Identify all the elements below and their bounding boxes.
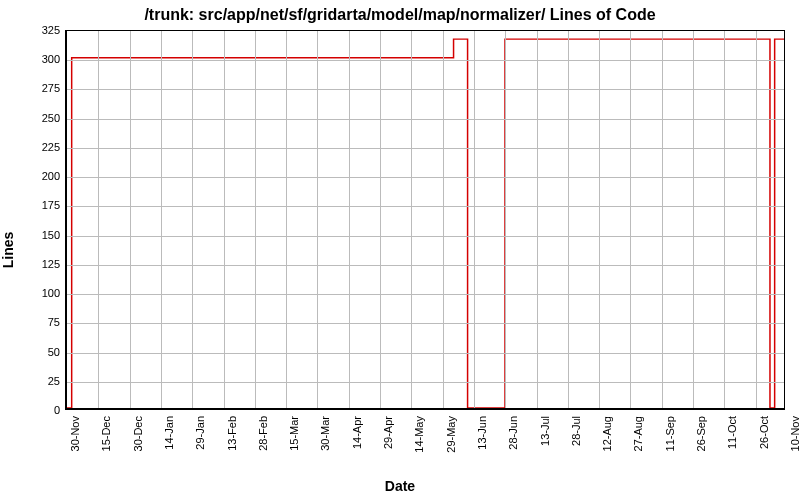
- x-gridline: [317, 31, 318, 408]
- x-tick-label: 13-Jun: [476, 416, 488, 476]
- x-tick-label: 15-Mar: [288, 416, 300, 476]
- x-tick-label: 28-Jun: [507, 416, 519, 476]
- x-gridline: [693, 31, 694, 408]
- x-tick-label: 11-Sep: [664, 416, 676, 476]
- x-gridline: [224, 31, 225, 408]
- x-tick-label: 15-Dec: [100, 416, 112, 476]
- chart-title: /trunk: src/app/net/sf/gridarta/model/ma…: [0, 6, 800, 24]
- x-tick-label: 30-Dec: [132, 416, 144, 476]
- y-tick-label: 75: [5, 316, 60, 328]
- x-tick-label: 26-Sep: [695, 416, 707, 476]
- x-tick-label: 13-Feb: [226, 416, 238, 476]
- y-gridline: [67, 177, 784, 178]
- y-gridline: [67, 353, 784, 354]
- x-gridline: [474, 31, 475, 408]
- y-gridline: [67, 323, 784, 324]
- x-tick-label: 12-Aug: [601, 416, 613, 476]
- x-tick-label: 28-Feb: [257, 416, 269, 476]
- y-gridline: [67, 148, 784, 149]
- x-tick-label: 13-Jul: [539, 416, 551, 476]
- x-gridline: [98, 31, 99, 408]
- y-gridline: [67, 236, 784, 237]
- line-svg: [67, 31, 784, 408]
- y-gridline: [67, 382, 784, 383]
- x-tick-label: 14-May: [413, 416, 425, 476]
- x-gridline: [411, 31, 412, 408]
- x-tick-label: 29-Jan: [194, 416, 206, 476]
- x-tick-label: 30-Nov: [69, 416, 81, 476]
- x-gridline: [505, 31, 506, 408]
- y-tick-label: 0: [5, 404, 60, 416]
- y-tick-label: 200: [5, 170, 60, 182]
- loc-line-chart: /trunk: src/app/net/sf/gridarta/model/ma…: [0, 0, 800, 500]
- x-gridline: [630, 31, 631, 408]
- y-gridline: [67, 206, 784, 207]
- y-tick-label: 50: [5, 346, 60, 358]
- x-tick-label: 30-Mar: [319, 416, 331, 476]
- y-gridline: [67, 265, 784, 266]
- y-tick-label: 150: [5, 229, 60, 241]
- x-tick-label: 11-Oct: [726, 416, 738, 476]
- y-tick-label: 250: [5, 112, 60, 124]
- x-gridline: [380, 31, 381, 408]
- x-axis-label: Date: [0, 478, 800, 494]
- x-gridline: [349, 31, 350, 408]
- x-gridline: [286, 31, 287, 408]
- y-tick-label: 275: [5, 82, 60, 94]
- x-gridline: [161, 31, 162, 408]
- x-gridline: [192, 31, 193, 408]
- x-gridline: [599, 31, 600, 408]
- x-gridline: [443, 31, 444, 408]
- x-gridline: [537, 31, 538, 408]
- y-tick-label: 300: [5, 53, 60, 65]
- y-tick-label: 25: [5, 375, 60, 387]
- y-tick-label: 125: [5, 258, 60, 270]
- x-tick-label: 14-Apr: [351, 416, 363, 476]
- y-tick-label: 325: [5, 24, 60, 36]
- x-tick-label: 29-Apr: [382, 416, 394, 476]
- y-tick-label: 225: [5, 141, 60, 153]
- x-gridline: [255, 31, 256, 408]
- x-tick-label: 29-May: [445, 416, 457, 476]
- y-gridline: [67, 89, 784, 90]
- x-gridline: [568, 31, 569, 408]
- x-tick-label: 27-Aug: [632, 416, 644, 476]
- y-gridline: [67, 119, 784, 120]
- y-tick-label: 175: [5, 199, 60, 211]
- y-gridline: [67, 294, 784, 295]
- x-tick-label: 10-Nov: [789, 416, 800, 476]
- plot-area: [65, 30, 785, 410]
- x-gridline: [662, 31, 663, 408]
- x-gridline: [724, 31, 725, 408]
- x-tick-label: 26-Oct: [758, 416, 770, 476]
- x-gridline: [130, 31, 131, 408]
- x-gridline: [756, 31, 757, 408]
- y-tick-label: 100: [5, 287, 60, 299]
- y-gridline: [67, 60, 784, 61]
- x-tick-label: 28-Jul: [570, 416, 582, 476]
- x-tick-label: 14-Jan: [163, 416, 175, 476]
